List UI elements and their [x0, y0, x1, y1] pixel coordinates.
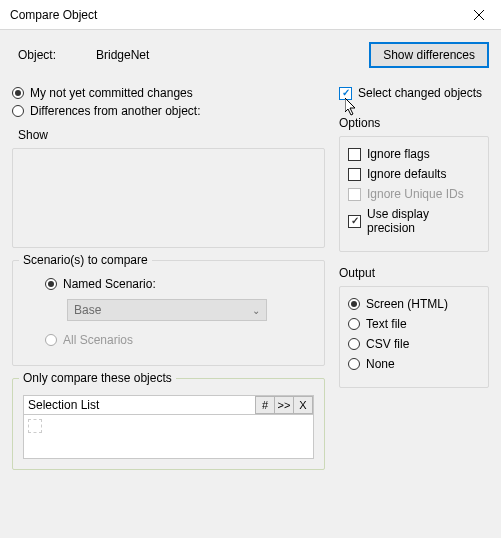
scenario-all-label: All Scenarios [63, 333, 133, 347]
dialog-body: Object: BridgeNet Show differences My no… [0, 30, 501, 538]
option-ignore-defaults-label: Ignore defaults [367, 167, 446, 181]
mode-diff-other-label: Differences from another object: [30, 104, 201, 118]
radio-icon [348, 298, 360, 310]
radio-icon [348, 318, 360, 330]
output-heading: Output [339, 266, 489, 280]
radio-icon [348, 338, 360, 350]
selection-next-button[interactable]: >> [274, 396, 294, 414]
output-text[interactable]: Text file [348, 317, 480, 331]
output-none-label: None [366, 357, 395, 371]
scenario-selected: Base [74, 303, 101, 317]
only-compare-legend: Only compare these objects [19, 371, 176, 385]
option-ignore-unique-label: Ignore Unique IDs [367, 187, 464, 201]
scenarios-group: Scenario(s) to compare Named Scenario: B… [12, 260, 325, 366]
output-text-label: Text file [366, 317, 407, 331]
output-csv[interactable]: CSV file [348, 337, 480, 351]
checkbox-icon [339, 87, 352, 100]
radio-icon [12, 87, 24, 99]
options-box: Ignore flags Ignore defaults Ignore Uniq… [339, 136, 489, 252]
object-info: Object: BridgeNet [18, 48, 149, 62]
selection-list-header: Selection List # >> X [23, 395, 314, 415]
scenario-all[interactable]: All Scenarios [45, 333, 314, 347]
output-box: Screen (HTML) Text file CSV file None [339, 286, 489, 388]
left-column: My not yet committed changes Differences… [12, 86, 325, 470]
checkbox-icon [348, 215, 361, 228]
option-ignore-flags-label: Ignore flags [367, 147, 430, 161]
chevron-down-icon: ⌄ [252, 305, 260, 316]
scenarios-legend: Scenario(s) to compare [19, 253, 152, 267]
window-title: Compare Object [10, 8, 97, 22]
mode-my-changes[interactable]: My not yet committed changes [12, 86, 325, 100]
selection-hash-button[interactable]: # [255, 396, 275, 414]
selection-list-label: Selection List [24, 398, 255, 412]
radio-icon [348, 358, 360, 370]
output-screen-label: Screen (HTML) [366, 297, 448, 311]
radio-icon [45, 278, 57, 290]
radio-icon [45, 334, 57, 346]
output-screen[interactable]: Screen (HTML) [348, 297, 480, 311]
selection-clear-button[interactable]: X [293, 396, 313, 414]
close-icon [474, 10, 484, 20]
option-ignore-defaults[interactable]: Ignore defaults [348, 167, 480, 181]
right-column: Select changed objects Options Ignore fl… [339, 86, 489, 470]
scenario-named[interactable]: Named Scenario: [45, 277, 314, 291]
show-differences-button[interactable]: Show differences [369, 42, 489, 68]
option-ignore-flags[interactable]: Ignore flags [348, 147, 480, 161]
selection-list-body[interactable] [23, 415, 314, 459]
object-value: BridgeNet [96, 48, 149, 62]
scenario-dropdown[interactable]: Base ⌄ [67, 299, 267, 321]
output-none[interactable]: None [348, 357, 480, 371]
close-button[interactable] [456, 0, 501, 30]
select-changed-objects[interactable]: Select changed objects [339, 86, 489, 100]
select-changed-label: Select changed objects [358, 86, 482, 100]
option-ignore-unique: Ignore Unique IDs [348, 187, 480, 201]
columns: My not yet committed changes Differences… [12, 86, 489, 470]
checkbox-icon [348, 168, 361, 181]
titlebar: Compare Object [0, 0, 501, 30]
output-csv-label: CSV file [366, 337, 409, 351]
checkbox-icon [348, 148, 361, 161]
option-use-precision[interactable]: Use display precision [348, 207, 480, 235]
option-use-precision-label: Use display precision [367, 207, 480, 235]
show-area [12, 148, 325, 248]
options-heading: Options [339, 116, 489, 130]
scenario-named-label: Named Scenario: [63, 277, 156, 291]
cursor-icon [345, 98, 361, 118]
placeholder-icon [28, 419, 42, 433]
mode-diff-other[interactable]: Differences from another object: [12, 104, 325, 118]
checkbox-icon [348, 188, 361, 201]
header-row: Object: BridgeNet Show differences [12, 42, 489, 68]
radio-icon [12, 105, 24, 117]
mode-my-changes-label: My not yet committed changes [30, 86, 193, 100]
show-label: Show [12, 128, 325, 142]
only-compare-group: Only compare these objects Selection Lis… [12, 378, 325, 470]
object-label: Object: [18, 48, 56, 62]
